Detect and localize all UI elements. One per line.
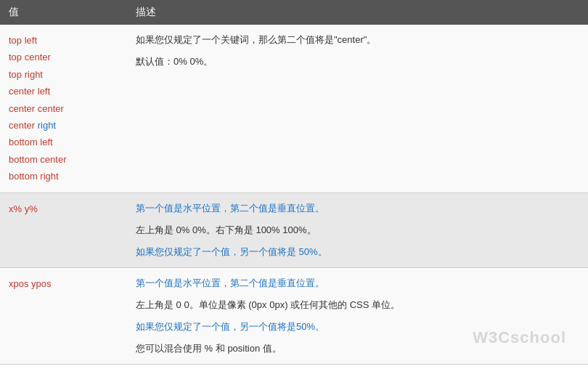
- main-table: 值 描述 top left top center top right cente…: [0, 0, 588, 365]
- col-value-header: 值: [0, 0, 127, 25]
- value-top-center: top center: [9, 52, 51, 62]
- desc-percent-3: 如果您仅规定了一个值，另一个值将是 50%。: [136, 244, 579, 260]
- desc-cell-percent: 第一个值是水平位置，第二个值是垂直位置。 左上角是 0% 0%。右下角是 100…: [127, 192, 588, 267]
- value-cell-keywords: top left top center top right center lef…: [0, 25, 127, 192]
- desc-para-2: 默认值：0% 0%。: [136, 54, 579, 70]
- table-row: x% y% 第一个值是水平位置，第二个值是垂直位置。 左上角是 0% 0%。右下…: [0, 192, 588, 267]
- value-pos: xpos ypos: [9, 278, 52, 289]
- value-cell-percent: x% y%: [0, 192, 127, 267]
- col-desc-header: 描述: [127, 0, 588, 25]
- table-header-row: 值 描述: [0, 0, 588, 25]
- desc-block-keywords: 如果您仅规定了一个关键词，那么第二个值将是"center"。 默认值：0% 0%…: [136, 32, 579, 70]
- value-center-left: center left: [9, 86, 50, 97]
- value-cell-pos: xpos ypos: [0, 267, 127, 364]
- desc-pos-1: 第一个值是水平位置，第二个值是垂直位置。: [136, 275, 579, 291]
- desc-para-1: 如果您仅规定了一个关键词，那么第二个值将是"center"。: [136, 32, 579, 48]
- table-row: top left top center top right center lef…: [0, 25, 588, 192]
- value-center-center: center center: [9, 103, 64, 114]
- desc-pos-2: 左上角是 0 0。单位是像素 (0px 0px) 或任何其他的 CSS 单位。: [136, 297, 579, 313]
- value-percent: x% y%: [9, 203, 38, 214]
- value-bottom-left: bottom left: [9, 137, 53, 147]
- desc-pos-3: 如果您仅规定了一个值，另一个值将是50%。: [136, 319, 579, 335]
- value-bottom-center: bottom center: [9, 154, 67, 165]
- value-top-right: top right: [9, 69, 43, 80]
- desc-cell-pos: 第一个值是水平位置，第二个值是垂直位置。 左上角是 0 0。单位是像素 (0px…: [127, 267, 588, 364]
- desc-block-percent: 第一个值是水平位置，第二个值是垂直位置。 左上角是 0% 0%。右下角是 100…: [136, 200, 579, 260]
- desc-cell-keywords: 如果您仅规定了一个关键词，那么第二个值将是"center"。 默认值：0% 0%…: [127, 25, 588, 192]
- desc-percent-1: 第一个值是水平位置，第二个值是垂直位置。: [136, 200, 579, 216]
- desc-percent-2: 左上角是 0% 0%。右下角是 100% 100%。: [136, 222, 579, 238]
- value-bottom-right: bottom right: [9, 171, 59, 182]
- value-top-left: top left: [9, 35, 37, 46]
- desc-block-pos: 第一个值是水平位置，第二个值是垂直位置。 左上角是 0 0。单位是像素 (0px…: [136, 275, 579, 357]
- desc-pos-4: 您可以混合使用 % 和 position 值。: [136, 341, 579, 357]
- value-center-right: center right: [9, 120, 56, 131]
- table-row: xpos ypos 第一个值是水平位置，第二个值是垂直位置。 左上角是 0 0。…: [0, 267, 588, 364]
